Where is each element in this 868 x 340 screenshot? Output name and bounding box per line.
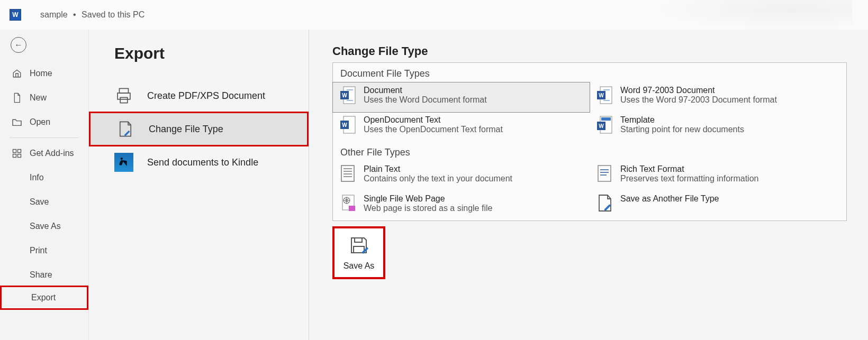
export-option-kindle[interactable]: Send documents to Kindle bbox=[89, 145, 309, 180]
svg-text:W: W bbox=[599, 123, 604, 129]
printer-icon bbox=[114, 86, 133, 105]
file-type-plain-text[interactable]: Plain Text Contains only the text in you… bbox=[333, 161, 590, 191]
sidebar-item-label: Export bbox=[31, 293, 56, 302]
file-type-single-file-web-page[interactable]: Single File Web Page Web page is stored … bbox=[333, 191, 590, 220]
export-option-change-file-type[interactable]: Change File Type bbox=[89, 112, 309, 146]
export-option-label: Change File Type bbox=[149, 124, 223, 135]
file-type-desc: Uses the Word 97-2003 Document format bbox=[620, 95, 777, 105]
sidebar-item-label: Home bbox=[30, 69, 52, 78]
svg-rect-4 bbox=[120, 88, 129, 93]
change-file-type-icon bbox=[597, 194, 613, 213]
blank-icon bbox=[12, 172, 22, 183]
sidebar-item-label: Open bbox=[30, 117, 50, 127]
file-type-word-97-2003[interactable]: W Word 97-2003 Document Uses the Word 97… bbox=[590, 82, 846, 112]
file-type-title: Save as Another File Type bbox=[620, 194, 719, 204]
word-doc-icon: W bbox=[597, 86, 613, 105]
file-type-another[interactable]: Save as Another File Type bbox=[590, 191, 846, 220]
home-icon bbox=[12, 68, 22, 79]
svg-rect-37 bbox=[355, 238, 362, 242]
web-page-icon bbox=[340, 194, 356, 213]
file-type-title: OpenDocument Text bbox=[364, 115, 503, 125]
file-type-title: Template bbox=[620, 115, 744, 125]
main-area: ← Home New Open Get Add-ins bbox=[0, 30, 868, 340]
file-type-document[interactable]: W Document Uses the Word Document format bbox=[332, 82, 590, 113]
sidebar-item-home[interactable]: Home bbox=[0, 61, 88, 86]
sidebar-item-new[interactable]: New bbox=[0, 86, 88, 110]
file-type-desc: Contains only the text in your document bbox=[364, 174, 512, 183]
svg-rect-25 bbox=[341, 166, 354, 181]
file-type-odt[interactable]: W OpenDocument Text Uses the OpenDocumen… bbox=[333, 112, 590, 142]
plain-text-icon bbox=[340, 164, 356, 183]
svg-rect-1 bbox=[18, 150, 21, 153]
save-as-icon bbox=[348, 235, 369, 256]
sidebar-item-open[interactable]: Open bbox=[0, 110, 88, 134]
svg-text:W: W bbox=[342, 93, 347, 98]
svg-rect-3 bbox=[18, 154, 21, 158]
svg-rect-0 bbox=[13, 150, 16, 153]
document-title: sample • Saved to this PC bbox=[40, 10, 144, 20]
document-name: sample bbox=[40, 10, 68, 19]
word-app-icon: W bbox=[10, 9, 21, 21]
content-area: Export Create PDF/XPS Document Change Fi… bbox=[89, 30, 868, 340]
blank-icon bbox=[12, 197, 22, 207]
word-doc-icon: W bbox=[340, 115, 356, 134]
file-type-title: Rich Text Format bbox=[620, 164, 758, 174]
export-option-pdfxps[interactable]: Create PDF/XPS Document bbox=[89, 78, 309, 113]
export-option-label: Send documents to Kindle bbox=[147, 157, 258, 168]
svg-rect-36 bbox=[349, 206, 355, 211]
sidebar-item-label: Share bbox=[30, 270, 52, 280]
blank-icon bbox=[12, 221, 22, 232]
sidebar-item-addins[interactable]: Get Add-ins bbox=[0, 141, 88, 166]
sidebar-item-label: New bbox=[30, 93, 47, 103]
folder-open-icon bbox=[12, 117, 22, 127]
file-type-box: Document File Types W Document Uses the … bbox=[332, 62, 847, 221]
back-button[interactable]: ← bbox=[11, 37, 26, 53]
blank-icon bbox=[12, 270, 22, 280]
document-icon bbox=[12, 93, 22, 103]
file-type-title: Document bbox=[364, 86, 487, 95]
sidebar-item-label: Get Add-ins bbox=[30, 149, 74, 158]
svg-rect-22 bbox=[601, 117, 611, 121]
svg-rect-5 bbox=[117, 93, 130, 99]
word-template-icon: W bbox=[597, 115, 613, 134]
sidebar-item-save[interactable]: Save bbox=[0, 190, 88, 214]
blank-icon bbox=[13, 292, 24, 303]
file-type-title: Plain Text bbox=[364, 164, 512, 174]
file-type-rtf[interactable]: Rich Text Format Preserves text formatti… bbox=[590, 161, 846, 191]
addins-icon bbox=[12, 148, 22, 159]
other-types-grid: Plain Text Contains only the text in you… bbox=[333, 161, 846, 220]
sidebar-item-share[interactable]: Share bbox=[0, 263, 88, 287]
export-option-label: Create PDF/XPS Document bbox=[147, 90, 265, 102]
file-type-desc: Uses the OpenDocument Text format bbox=[364, 125, 503, 134]
file-type-desc: Starting point for new documents bbox=[620, 125, 744, 134]
sidebar-item-info[interactable]: Info bbox=[0, 166, 88, 190]
file-type-desc: Preserves text formatting information bbox=[620, 174, 758, 183]
export-options-column: Export Create PDF/XPS Document Change Fi… bbox=[89, 30, 309, 340]
doc-types-heading: Document File Types bbox=[333, 63, 846, 82]
sidebar-item-label: Save bbox=[30, 197, 49, 207]
svg-point-7 bbox=[121, 158, 123, 160]
file-type-desc: Uses the Word Document format bbox=[364, 95, 487, 105]
file-type-template[interactable]: W Template Starting point for new docume… bbox=[590, 112, 846, 142]
save-status: Saved to this PC bbox=[82, 10, 144, 19]
sidebar-item-label: Save As bbox=[30, 222, 61, 231]
title-bar: W sample • Saved to this PC bbox=[0, 0, 868, 30]
file-type-title: Word 97-2003 Document bbox=[620, 86, 777, 95]
svg-rect-6 bbox=[120, 97, 128, 103]
sidebar-separator bbox=[10, 137, 79, 138]
file-type-title: Single File Web Page bbox=[364, 194, 492, 204]
page-title: Export bbox=[89, 44, 309, 62]
sidebar-item-print[interactable]: Print bbox=[0, 238, 88, 263]
blank-icon bbox=[12, 245, 22, 256]
sidebar-item-saveas[interactable]: Save As bbox=[0, 214, 88, 238]
other-types-heading: Other File Types bbox=[333, 142, 846, 161]
doc-types-grid: W Document Uses the Word Document format… bbox=[333, 82, 846, 142]
svg-text:W: W bbox=[599, 93, 604, 98]
title-separator: • bbox=[73, 10, 76, 19]
backstage-sidebar: ← Home New Open Get Add-ins bbox=[0, 30, 89, 340]
svg-rect-2 bbox=[13, 154, 16, 158]
sidebar-item-export[interactable]: Export bbox=[0, 286, 88, 310]
save-as-button[interactable]: Save As bbox=[332, 226, 385, 279]
save-as-label: Save As bbox=[343, 261, 375, 271]
rtf-icon bbox=[597, 164, 613, 183]
